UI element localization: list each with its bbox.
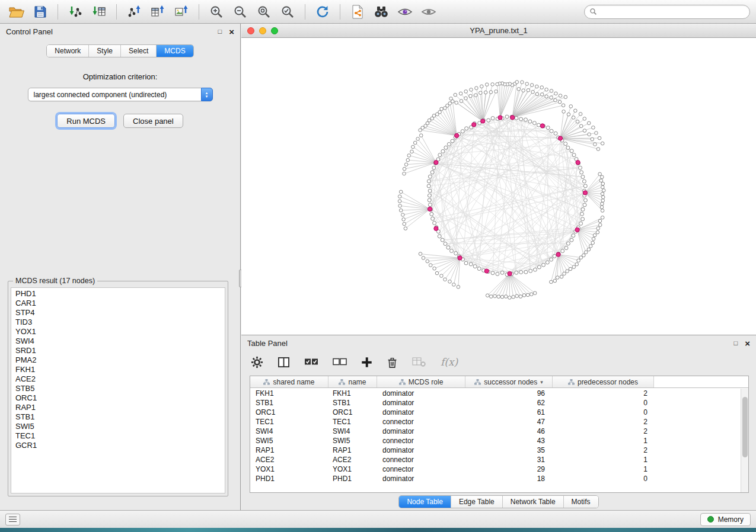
search-box[interactable]	[584, 5, 750, 19]
mcds-result-group: MCDS result (17 nodes) PHD1CAR1STP4TID3Y…	[8, 277, 228, 496]
export-table-button[interactable]	[147, 3, 168, 21]
share-document-button[interactable]	[347, 3, 368, 21]
network-window: YPA_prune.txt_1	[241, 24, 756, 335]
create-column-button[interactable]	[361, 357, 372, 368]
export-network-button[interactable]	[123, 3, 145, 21]
column-header-predecessor-nodes[interactable]: predecessor nodes	[553, 376, 654, 387]
table-row[interactable]: SWI5SWI5connector431	[250, 436, 748, 446]
float-panel-icon[interactable]: □	[218, 28, 222, 35]
tab-mcds[interactable]: MCDS	[157, 45, 193, 57]
column-header-name[interactable]: name	[328, 376, 377, 387]
memory-button[interactable]: Memory	[700, 513, 751, 526]
mcds-result-item[interactable]: STB1	[11, 412, 225, 422]
mcds-result-item[interactable]: PMA2	[11, 355, 225, 365]
mcds-result-item[interactable]: STP4	[11, 308, 225, 318]
function-builder-button[interactable]: f(x)	[441, 356, 458, 368]
run-mcds-button[interactable]: Run MCDS	[57, 114, 115, 128]
delete-table-button[interactable]	[412, 356, 426, 368]
export-network-icon	[127, 5, 141, 19]
close-table-panel-icon[interactable]: ×	[745, 339, 750, 348]
export-image-button[interactable]	[171, 3, 192, 21]
columns-icon	[277, 357, 290, 368]
mcds-result-item[interactable]: RAP1	[11, 403, 225, 412]
export-image-icon	[174, 5, 189, 19]
delete-column-button[interactable]	[387, 356, 398, 368]
toolbar-separator	[340, 4, 340, 20]
show-columns-button[interactable]	[277, 357, 290, 368]
zoom-fit-button[interactable]	[253, 3, 275, 21]
network-window-titlebar: YPA_prune.txt_1	[241, 24, 756, 38]
mcds-result-item[interactable]: YOX1	[11, 327, 225, 336]
column-type-icon	[263, 379, 270, 385]
first-neighbors-button[interactable]	[371, 3, 392, 21]
refresh-view-button[interactable]	[312, 3, 333, 21]
table-row[interactable]: PHD1PHD1dominator180	[250, 474, 748, 483]
column-header-mcds-role[interactable]: MCDS role	[377, 376, 465, 387]
network-canvas[interactable]	[241, 38, 756, 335]
mcds-result-item[interactable]: GCR1	[11, 441, 225, 450]
mcds-result-list[interactable]: PHD1CAR1STP4TID3YOX1SWI4SRD1PMA2FKH1ACE2…	[11, 287, 225, 493]
mcds-result-item[interactable]: STB5	[11, 384, 225, 393]
toolbar-separator	[305, 4, 305, 20]
tab-style[interactable]: Style	[89, 45, 121, 57]
tab-node-table[interactable]: Node Table	[399, 496, 451, 508]
table-row[interactable]: YOX1YOX1connector291	[250, 464, 748, 474]
close-window-icon[interactable]	[247, 27, 254, 34]
mcds-result-item[interactable]: CAR1	[11, 299, 225, 308]
save-session-button[interactable]	[30, 3, 51, 21]
task-history-button[interactable]	[5, 514, 20, 525]
tab-network[interactable]: Network	[47, 45, 89, 57]
mcds-result-item[interactable]: SWI5	[11, 422, 225, 431]
close-panel-button[interactable]: Close panel	[123, 114, 183, 128]
maximize-window-icon[interactable]	[271, 27, 278, 34]
table-panel-titlebar: Table Panel □ ×	[241, 335, 756, 351]
mcds-result-item[interactable]: SRD1	[11, 346, 225, 355]
search-input[interactable]	[601, 8, 745, 16]
tab-network-table[interactable]: Network Table	[503, 496, 564, 508]
criterion-select[interactable]: largest connected component (undirected)…	[28, 88, 213, 101]
graphics-details-button[interactable]	[394, 3, 416, 21]
table-row[interactable]: ORC1ORC1dominator610	[250, 408, 748, 417]
select-all-columns-button[interactable]	[304, 358, 318, 366]
table-scrollbar-thumb[interactable]	[742, 397, 748, 457]
unselect-all-columns-button[interactable]	[333, 358, 347, 366]
import-table-button[interactable]	[88, 3, 110, 21]
tab-select[interactable]: Select	[121, 45, 157, 57]
select-stepper-icon: ▲ ▼	[201, 88, 213, 101]
mcds-result-item[interactable]: FKH1	[11, 365, 225, 374]
table-row[interactable]: FKH1FKH1dominator962	[250, 389, 748, 398]
column-type-icon	[399, 379, 406, 385]
zoom-selected-button[interactable]	[277, 3, 298, 21]
mcds-result-item[interactable]: PHD1	[11, 289, 225, 299]
table-settings-button[interactable]	[251, 356, 263, 368]
zoom-in-button[interactable]	[206, 3, 227, 21]
open-session-button[interactable]	[6, 3, 27, 21]
gear-icon	[251, 356, 263, 368]
mcds-result-item[interactable]: TID3	[11, 318, 225, 327]
table-row[interactable]: ACE2ACE2connector311	[250, 455, 748, 464]
tab-edge-table[interactable]: Edge Table	[451, 496, 503, 508]
column-header-successor-nodes[interactable]: successor nodes ▾	[465, 376, 553, 387]
table-panel-tabs: Node Table Edge Table Network Table Moti…	[241, 495, 756, 508]
table-row[interactable]: STB1STB1dominator620	[250, 398, 748, 408]
import-network-button[interactable]	[65, 3, 86, 21]
network-window-title: YPA_prune.txt_1	[241, 26, 756, 35]
mcds-result-item[interactable]: TEC1	[11, 431, 225, 441]
table-row[interactable]: SWI4SWI4dominator462	[250, 427, 748, 436]
table-scrollbar[interactable]	[741, 389, 748, 492]
mcds-result-item[interactable]: ORC1	[11, 393, 225, 403]
table-row[interactable]: TEC1TEC1connector472	[250, 417, 748, 427]
show-hide-button[interactable]	[418, 3, 439, 21]
float-table-panel-icon[interactable]: □	[734, 340, 738, 347]
table-row[interactable]: RAP1RAP1dominator352	[250, 446, 748, 455]
close-panel-icon[interactable]: ×	[229, 27, 234, 36]
node-table-header: shared name name MCDS role successor nod…	[250, 376, 748, 388]
import-network-icon	[68, 5, 82, 19]
mcds-result-item[interactable]: ACE2	[11, 374, 225, 384]
tab-motifs[interactable]: Motifs	[564, 496, 598, 508]
toolbar-separator	[199, 4, 199, 20]
minimize-window-icon[interactable]	[259, 27, 266, 34]
column-header-shared-name[interactable]: shared name	[250, 376, 328, 387]
zoom-out-button[interactable]	[229, 3, 251, 21]
mcds-result-item[interactable]: SWI4	[11, 336, 225, 346]
